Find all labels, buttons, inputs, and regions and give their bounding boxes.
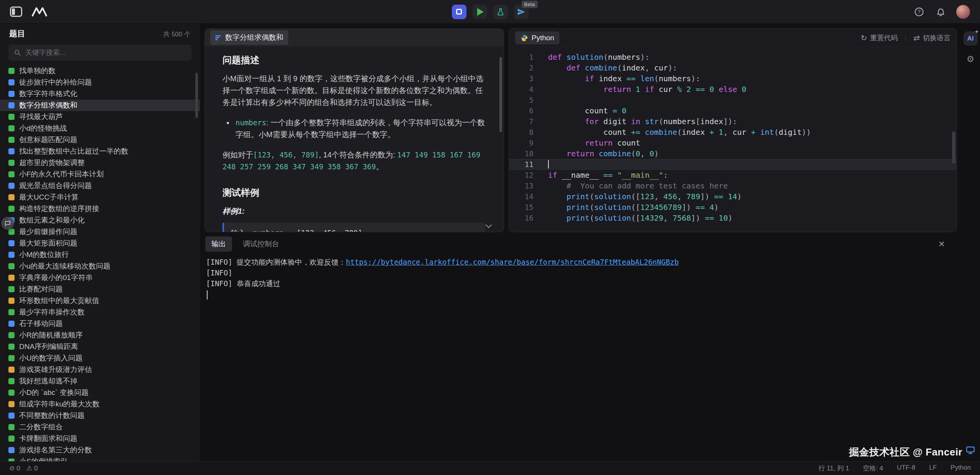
problem-list-item[interactable]: 小M的数位旅行: [0, 249, 200, 260]
code-line[interactable]: 5: [509, 95, 957, 105]
code-text: return combine(0, 0): [533, 148, 659, 159]
ai-assistant-button[interactable]: AI ✦: [964, 31, 978, 46]
problem-list-item[interactable]: DNA序列编辑距离: [0, 341, 200, 352]
right-toolbar: AI ✦ ⚙: [961, 24, 980, 461]
problem-list-item[interactable]: 数字分组求偶数和: [0, 100, 200, 111]
status-item[interactable]: 空格: 4: [863, 464, 883, 473]
code-line[interactable]: 12if __name__ == "__main__":: [509, 170, 957, 180]
problem-list-item[interactable]: 小F的永久代币卡回本计划: [0, 169, 200, 180]
scroll-down-indicator[interactable]: [485, 224, 492, 229]
problem-list-item[interactable]: 环形数组中的最大贡献值: [0, 295, 200, 306]
code-line[interactable]: 14 print(solution([123, 456, 789]) == 14…: [509, 191, 957, 202]
problem-list-item[interactable]: 小S的倒排索引: [0, 456, 200, 461]
code-line[interactable]: 15 print(solution([123456789]) == 4): [509, 202, 957, 213]
problem-list-item[interactable]: 我好想逃却逃不掉: [0, 375, 200, 387]
status-item[interactable]: Python: [951, 464, 971, 473]
settings-icon[interactable]: ⚙: [967, 55, 975, 64]
test-button[interactable]: [493, 5, 508, 19]
layout-button[interactable]: [452, 5, 466, 19]
language-tab[interactable]: Python: [515, 31, 560, 44]
errors-indicator[interactable]: ⊘ 0: [9, 464, 20, 472]
run-button[interactable]: [473, 5, 487, 19]
console-tab-1[interactable]: 调试控制台: [237, 236, 285, 252]
problem-list-item[interactable]: 不同整数的计数问题: [0, 410, 200, 421]
token-d: ([: [631, 192, 640, 201]
code-line[interactable]: 7 for digit in str(numbers[index]):: [509, 116, 957, 127]
problem-list-item[interactable]: 小D的 `abc` 变换问题: [0, 387, 200, 398]
problem-list-item[interactable]: 卡牌翻面求和问题: [0, 433, 200, 444]
search-input[interactable]: [25, 49, 186, 57]
problem-list-item[interactable]: 小d的怪物挑战: [0, 123, 200, 134]
app-logo[interactable]: [31, 6, 47, 18]
status-item[interactable]: 行 11, 列 1: [818, 464, 849, 473]
code-line[interactable]: 2 def combine(index, cur):: [509, 62, 957, 73]
help-button[interactable]: ?: [913, 6, 925, 18]
code-line[interactable]: 10 return combine(0, 0): [509, 148, 957, 159]
problem-list-item[interactable]: 最少前缀操作问题: [0, 226, 200, 238]
code-line[interactable]: 4 return 1 if cur % 2 == 0 else 0: [509, 84, 957, 95]
code-line[interactable]: 13 # You can add more test cases here: [509, 180, 957, 191]
problem-list-item[interactable]: 数字字符串格式化: [0, 88, 200, 100]
code-line[interactable]: 16 print(solution([14329, 7568]) == 10): [509, 213, 957, 223]
token-v: count: [617, 138, 640, 147]
problem-list-item[interactable]: 最大矩形面积问题: [0, 238, 200, 249]
notifications-button[interactable]: [935, 6, 946, 18]
problem-list-item[interactable]: 找单独的数: [0, 65, 200, 77]
problem-list-item[interactable]: 找出整型数组中占比超过一半的数: [0, 146, 200, 157]
problem-title: 数字分组求偶数和: [225, 33, 283, 43]
topbar: Beta ?: [0, 0, 980, 24]
problem-list-item[interactable]: 创意标题匹配问题: [0, 134, 200, 146]
console-close-button[interactable]: ×: [939, 239, 945, 249]
problem-list-item[interactable]: 观光景点组合得分问题: [0, 180, 200, 192]
code-line[interactable]: 8 count += combine(index + 1, cur + int(…: [509, 127, 957, 138]
problem-scrollbar[interactable]: [499, 57, 502, 132]
token-v: count: [604, 128, 627, 137]
editor-scrollbar[interactable]: [952, 131, 955, 164]
sidebar-scrollbar[interactable]: [195, 73, 198, 118]
code-line[interactable]: 1def solution(numbers):: [509, 52, 957, 62]
sidebar-toggle-icon[interactable]: [10, 7, 22, 17]
status-item[interactable]: LF: [929, 464, 937, 473]
problem-list-item[interactable]: 比赛配对问题: [0, 283, 200, 295]
code-line[interactable]: 3 if index == len(numbers):: [509, 73, 957, 84]
problem-list-item[interactable]: 构造特定数组的逆序拼接: [0, 203, 200, 215]
problem-list-item[interactable]: 字典序最小的01字符串: [0, 272, 200, 283]
search-box[interactable]: [8, 44, 191, 61]
problem-list-item[interactable]: 小U的数字插入问题: [0, 352, 200, 364]
problem-list-item[interactable]: 寻找最大葫芦: [0, 111, 200, 123]
problem-list-item[interactable]: 游戏排名第三大的分数: [0, 444, 200, 456]
status-item[interactable]: UTF-8: [897, 464, 915, 473]
reset-code-button[interactable]: ↻ 重置代码: [861, 33, 898, 43]
screen-device-button[interactable]: [965, 445, 976, 457]
switch-language-button[interactable]: ⇄ 切换语言: [913, 33, 951, 43]
problem-title-chip[interactable]: 数字分组求偶数和: [210, 30, 288, 45]
code-line[interactable]: 6 count = 0: [509, 105, 957, 116]
problem-list-item[interactable]: 数组元素之和最小化: [0, 215, 200, 226]
problem-list-item[interactable]: 小R的随机播放顺序: [0, 329, 200, 341]
token-num: 123456789: [640, 203, 682, 212]
console-tab-0[interactable]: 输出: [205, 236, 232, 252]
problem-list-item[interactable]: 游戏英雄升级潜力评估: [0, 364, 200, 375]
user-avatar[interactable]: [956, 5, 970, 19]
console-link[interactable]: https://bytedance.larkoffice.com/share/b…: [346, 258, 679, 266]
console-output[interactable]: [INFO] 提交功能内测体验中，欢迎反馈：https://bytedance.…: [205, 252, 957, 461]
problem-list-item[interactable]: 石子移动问题: [0, 318, 200, 329]
code-line[interactable]: 9 return count: [509, 138, 957, 148]
problem-list-item[interactable]: 二分数字组合: [0, 421, 200, 433]
submit-button[interactable]: Beta: [514, 5, 528, 19]
token-d: [654, 85, 659, 94]
problem-list-item[interactable]: 徒步旅行中的补给问题: [0, 77, 200, 88]
token-d: (: [659, 117, 663, 126]
feedback-widget[interactable]: [1, 217, 14, 230]
problem-list-item[interactable]: 最少字符串操作次数: [0, 306, 200, 318]
problem-list-item[interactable]: 最大UCC子串计算: [0, 192, 200, 203]
token-v: index: [682, 128, 705, 137]
difficulty-icon: [8, 114, 15, 120]
code-line[interactable]: 11: [509, 159, 957, 170]
help-icon: ?: [914, 7, 924, 17]
warnings-indicator[interactable]: ⚠ 0: [26, 464, 38, 472]
problem-list-item[interactable]: 组成字符串ku的最大次数: [0, 398, 200, 410]
code-area[interactable]: 1def solution(numbers):2 def combine(ind…: [509, 47, 957, 223]
problem-list-item[interactable]: 小u的最大连续移动次数问题: [0, 260, 200, 272]
problem-list-item[interactable]: 超市里的货物架调整: [0, 157, 200, 169]
